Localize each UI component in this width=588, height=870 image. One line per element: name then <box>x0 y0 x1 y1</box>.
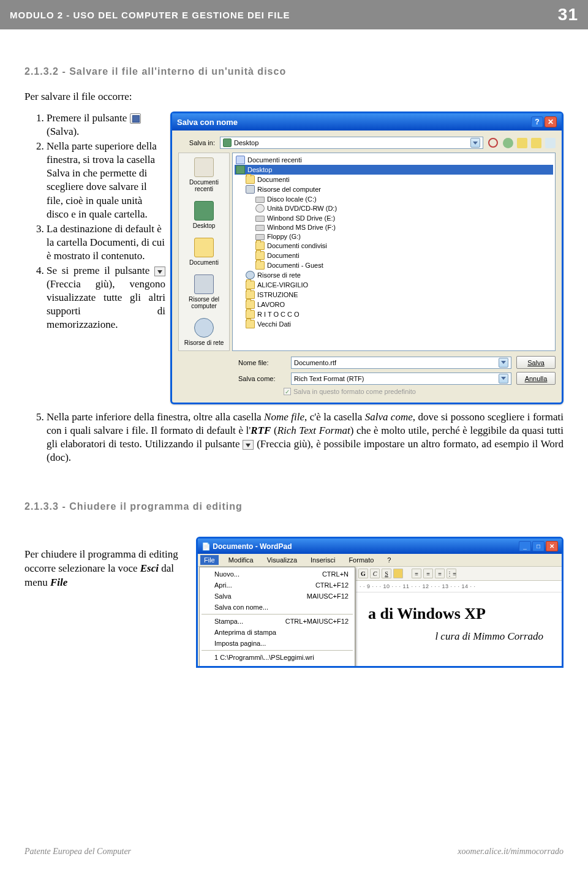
intro-text: Per salvare il file occorre: <box>24 91 564 103</box>
ordered-list-left: Premere il pulsante (Salva). Nella parte… <box>24 112 165 404</box>
menu-visualizza[interactable]: Visualizza <box>263 555 301 565</box>
align-center-button[interactable]: ≡ <box>423 569 433 578</box>
list-item[interactable]: LAVORO <box>235 300 553 309</box>
save-button[interactable]: Salva <box>516 356 556 369</box>
menu-item[interactable]: Apri...CTRL+F12 <box>201 580 353 591</box>
menu-item[interactable]: Salva con nome... <box>201 602 353 613</box>
up-icon[interactable] <box>517 138 527 148</box>
menu-item[interactable]: Nuovo...CTRL+N <box>201 569 353 580</box>
list-item[interactable]: ALICE-VIRGILIO <box>235 280 553 290</box>
desktop-icon <box>223 138 232 147</box>
network-icon <box>246 271 255 279</box>
menu-item[interactable]: SalvaMAIUSC+F12 <box>201 591 353 602</box>
list-item[interactable]: Unità DVD/CD-RW (D:) <box>235 203 553 213</box>
menu-item[interactable]: Imposta pagina... <box>201 638 353 649</box>
dropdown-icon[interactable] <box>499 374 508 384</box>
save-in-value: Desktop <box>234 139 468 146</box>
place-recenti[interactable]: Documenti recenti <box>179 153 229 197</box>
back-icon[interactable] <box>503 138 513 148</box>
list-item-selected[interactable]: Desktop <box>235 165 553 175</box>
help-button[interactable]: ? <box>531 116 543 127</box>
default-format-checkbox[interactable]: ✓ Salva in questo formato come predefini… <box>233 388 556 395</box>
color-button[interactable] <box>393 569 403 578</box>
new-folder-icon[interactable] <box>531 138 541 148</box>
filename-input[interactable]: Documento.rtf <box>291 357 511 369</box>
maximize-button[interactable]: □ <box>532 541 545 551</box>
filename-row: Nome file: Documento.rtf Salva <box>178 356 556 369</box>
menu-inserisci[interactable]: Inserisci <box>307 555 339 565</box>
bullets-button[interactable]: ⋮≡ <box>447 569 456 578</box>
drive-icon <box>255 225 265 231</box>
nav-icons <box>503 138 556 148</box>
list-item[interactable]: Floppy (G:) <box>235 232 553 241</box>
align-left-button[interactable]: ≡ <box>412 569 421 578</box>
wordpad-toolbar: G C S ≡ ≡ ≡ ⋮≡ <box>356 567 562 581</box>
menu-item[interactable]: Stampa...CTRL+MAIUSC+F12 <box>201 616 353 627</box>
list-item[interactable]: R I T O C C O <box>235 309 553 319</box>
dropdown-icon[interactable] <box>499 358 508 368</box>
page-content: 2.1.3.2 - Salvare il file all'interno di… <box>0 29 588 680</box>
file-list[interactable]: Documenti recenti Desktop Documenti Riso… <box>232 153 556 351</box>
cancel-button[interactable]: Annulla <box>516 372 556 385</box>
place-risorse[interactable]: Risorse del computer <box>179 270 229 314</box>
list-item[interactable]: Risorse di rete <box>235 270 553 280</box>
place-rete[interactable]: Risorse di rete <box>179 314 229 350</box>
footer-left: Patente Europea del Computer <box>24 847 131 857</box>
list-item-2: Nella parte superiore della finestra, si… <box>47 140 165 221</box>
list-item[interactable]: Documenti recenti <box>235 155 553 165</box>
places-bar: Documenti recenti Desktop Documenti Riso… <box>178 153 230 351</box>
wordpad-document[interactable]: a di Windows XP l cura di Mimmo Corrado <box>356 592 562 666</box>
savetype-input[interactable]: Rich Text Format (RTF) <box>291 373 511 385</box>
list-item[interactable]: Disco locale (C:) <box>235 194 553 203</box>
menu-item[interactable]: 1 C:\Programmi\...\PSLeggimi.wri <box>201 652 353 663</box>
italic-button[interactable]: C <box>370 569 380 578</box>
list-item[interactable]: Winbond SD Drive (E:) <box>235 213 553 222</box>
save-in-combo[interactable]: Desktop <box>220 137 483 149</box>
menu-modifica[interactable]: Modifica <box>225 555 257 565</box>
menu-item[interactable]: 2 D:\ITALIANO\INTALLAZIONE.WRI <box>201 663 353 668</box>
list-item[interactable]: Documenti - Guest <box>235 260 553 270</box>
dialog-titlebar[interactable]: Salva con nome ? ✕ <box>172 113 562 130</box>
wordpad-window: 📄 Documento - WordPad _ □ ✕ File Modific… <box>196 537 564 668</box>
menu-formato[interactable]: Formato <box>345 555 377 565</box>
bold-button[interactable]: G <box>358 569 368 578</box>
combo-dropdown-icon[interactable] <box>470 138 480 148</box>
wordpad-titlebar[interactable]: 📄 Documento - WordPad _ □ ✕ <box>198 539 562 554</box>
computer-icon <box>246 185 255 194</box>
dropdown-icon <box>243 440 254 450</box>
doc-heading: a di Windows XP <box>368 605 549 623</box>
section-heading-2: 2.1.3.3 - Chiudere il programma di editi… <box>24 501 564 512</box>
savetype-label: Salva come: <box>238 375 286 382</box>
dialog-title: Salva con nome <box>177 118 238 127</box>
footer-right: xoomer.alice.it/mimmocorrado <box>458 847 564 857</box>
list-item[interactable]: Documenti condivisi <box>235 241 553 251</box>
checkbox-icon[interactable]: ✓ <box>284 388 291 395</box>
network-place-icon <box>194 318 214 338</box>
underline-button[interactable]: S <box>382 569 391 578</box>
menu-file[interactable]: File <box>200 555 219 565</box>
folder-icon <box>246 320 255 328</box>
menu-help[interactable]: ? <box>383 555 394 565</box>
menu-item[interactable]: Anteprima di stampa <box>201 627 353 638</box>
list-item[interactable]: ISTRUZIONE <box>235 290 553 300</box>
minimize-button[interactable]: _ <box>519 541 531 551</box>
place-desktop[interactable]: Desktop <box>179 197 229 233</box>
place-documenti[interactable]: Documenti <box>179 233 229 270</box>
wordpad-ruler[interactable]: · · 9 · · · 10 · · · 11 · · · 12 · · · 1… <box>356 581 562 592</box>
list-item[interactable]: Risorse del computer <box>235 184 553 194</box>
list-item[interactable]: Documenti <box>235 175 553 184</box>
file-menu-dropdown: Nuovo...CTRL+N Apri...CTRL+F12 SalvaMAIU… <box>199 567 355 668</box>
close-button[interactable]: ✕ <box>546 541 558 551</box>
folder-icon <box>246 290 255 299</box>
list-item[interactable]: Winbond MS Drive (F:) <box>235 222 553 232</box>
dialog-bottom: Nome file: Documento.rtf Salva Salva com… <box>178 356 556 395</box>
header-title: MODULO 2 - USO DEL COMPUTER E GESTIONE D… <box>10 10 290 20</box>
view-icon[interactable] <box>545 138 556 148</box>
close-button[interactable]: ✕ <box>545 116 557 127</box>
doc-subtitle: l cura di Mimmo Corrado <box>368 630 549 643</box>
list-item[interactable]: Documenti <box>235 251 553 260</box>
align-right-button[interactable]: ≡ <box>435 569 445 578</box>
dropdown-icon <box>154 267 165 276</box>
list-item[interactable]: Vecchi Dati <box>235 319 553 329</box>
drive-icon <box>255 197 265 203</box>
